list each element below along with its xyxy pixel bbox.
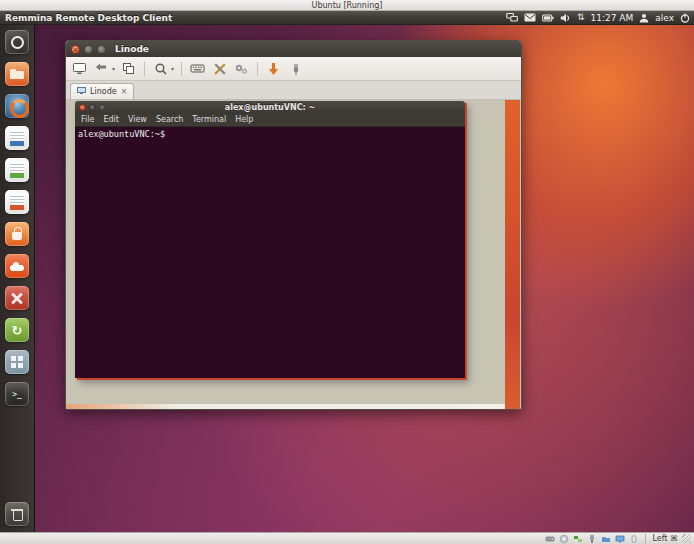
shared-folders-status-icon[interactable]	[601, 534, 611, 544]
remmina-window: × Linode ▾ ▾	[65, 40, 522, 410]
session-power-icon[interactable]	[680, 13, 690, 23]
cd-status-icon[interactable]	[559, 534, 569, 544]
terminal-title: alex@ubuntuVNC: ~	[75, 103, 465, 112]
volume-indicator-icon[interactable]	[560, 13, 571, 23]
terminal-menu-view[interactable]: View	[128, 116, 147, 124]
update-manager-icon[interactable]	[5, 318, 29, 342]
ubuntu-top-panel: Remmina Remote Desktop Client ⇅ 11:27 AM	[0, 11, 694, 25]
trash-icon[interactable]	[5, 502, 29, 526]
ubuntu-desktop: Remmina Remote Desktop Client ⇅ 11:27 AM	[0, 11, 694, 532]
retract-toolbar-icon[interactable]	[265, 60, 282, 77]
disconnect-icon[interactable]	[287, 60, 304, 77]
window-close-button[interactable]: ×	[71, 45, 80, 54]
terminal-maximize-button[interactable]	[99, 104, 106, 111]
terminal-titlebar[interactable]: alex@ubuntuVNC: ~	[75, 101, 465, 114]
dash-home-icon[interactable]	[5, 30, 29, 54]
firefox-icon[interactable]	[5, 94, 29, 118]
mouse-integration-status-icon[interactable]	[629, 534, 639, 544]
remote-desktop-indicator-icon[interactable]	[506, 12, 518, 23]
terminal-menu-help[interactable]: Help	[235, 116, 253, 124]
tab-monitor-icon	[77, 87, 86, 97]
vbox-statusbar: Left ⌘	[0, 532, 694, 544]
toolbar-separator	[144, 62, 145, 76]
terminal-window-buttons	[79, 104, 106, 111]
screenshot-icon[interactable]	[120, 60, 137, 77]
usb-status-icon[interactable]	[587, 534, 597, 544]
panel-app-title: Remmina Remote Desktop Client	[5, 13, 172, 23]
scale-mode-icon[interactable]	[93, 60, 110, 77]
tab-linode[interactable]: Linode ×	[70, 83, 134, 99]
remote-wallpaper-stripe	[505, 100, 520, 409]
session-username[interactable]: alex	[655, 13, 674, 23]
libreoffice-calc-icon[interactable]	[5, 158, 29, 182]
battery-indicator-icon[interactable]	[542, 14, 554, 22]
user-icon[interactable]	[639, 13, 649, 23]
libreoffice-writer-icon[interactable]	[5, 126, 29, 150]
remote-desktop-view[interactable]: alex@ubuntuVNC: ~ File Edit View Search …	[66, 100, 521, 409]
settings-gears-icon[interactable]	[233, 60, 250, 77]
terminal-menu-edit[interactable]: Edit	[103, 116, 119, 124]
remote-wallpaper-bottom-band	[66, 404, 505, 409]
remote-terminal-window: alex@ubuntuVNC: ~ File Edit View Search …	[75, 101, 465, 378]
hdd-status-icon[interactable]	[545, 534, 555, 544]
resize-grip[interactable]	[682, 534, 691, 543]
remmina-titlebar[interactable]: × Linode	[66, 41, 521, 57]
remmina-window-title: Linode	[115, 44, 149, 54]
ubuntu-one-icon[interactable]	[5, 254, 29, 278]
terminal-launcher-icon[interactable]	[5, 382, 29, 406]
window-minimize-button[interactable]	[84, 45, 93, 54]
terminal-prompt: alex@ubuntuVNC:~$	[78, 129, 165, 139]
vbox-window-title: Ubuntu [Running]	[312, 1, 383, 10]
libreoffice-impress-icon[interactable]	[5, 190, 29, 214]
terminal-body[interactable]: alex@ubuntuVNC:~$	[75, 127, 465, 378]
zoom-icon[interactable]	[152, 60, 169, 77]
terminal-menu-terminal[interactable]: Terminal	[192, 116, 226, 124]
tab-label: Linode	[90, 87, 117, 96]
system-settings-icon[interactable]	[5, 286, 29, 310]
indicator-area: ⇅ 11:27 AM alex	[506, 12, 690, 23]
preferences-tools-icon[interactable]	[211, 60, 228, 77]
terminal-menu-file[interactable]: File	[81, 116, 94, 124]
terminal-menu-search[interactable]: Search	[156, 116, 183, 124]
keyboard-grab-icon[interactable]	[189, 60, 206, 77]
terminal-close-button[interactable]	[79, 104, 86, 111]
unity-launcher	[0, 25, 35, 532]
network-status-icon[interactable]	[573, 534, 583, 544]
software-center-icon[interactable]	[5, 222, 29, 246]
toolbar-separator	[257, 62, 258, 76]
mail-indicator-icon[interactable]	[524, 13, 536, 22]
vbox-titlebar[interactable]: Ubuntu [Running]	[0, 0, 694, 11]
fullscreen-icon[interactable]	[71, 60, 88, 77]
statusbar-separator	[645, 534, 646, 543]
virtualbox-window: Ubuntu [Running] Remmina Remote Desktop …	[0, 0, 694, 544]
tab-close-icon[interactable]: ×	[121, 88, 128, 96]
terminal-menubar: File Edit View Search Terminal Help	[75, 114, 465, 127]
home-folder-icon[interactable]	[5, 62, 29, 86]
scale-dropdown-icon[interactable]: ▾	[112, 65, 115, 72]
zoom-dropdown-icon[interactable]: ▾	[171, 65, 174, 72]
window-maximize-button[interactable]	[97, 45, 106, 54]
sync-indicator-icon[interactable]: ⇅	[577, 13, 585, 22]
host-key-indicator: Left ⌘	[652, 534, 678, 543]
terminal-minimize-button[interactable]	[89, 104, 96, 111]
display-status-icon[interactable]	[615, 534, 625, 544]
clock-indicator[interactable]: 11:27 AM	[591, 13, 634, 23]
workspace-switcher-icon[interactable]	[5, 350, 29, 374]
remmina-toolbar: ▾ ▾	[66, 57, 521, 81]
toolbar-separator	[181, 62, 182, 76]
remmina-tabbar: Linode ×	[66, 81, 521, 100]
